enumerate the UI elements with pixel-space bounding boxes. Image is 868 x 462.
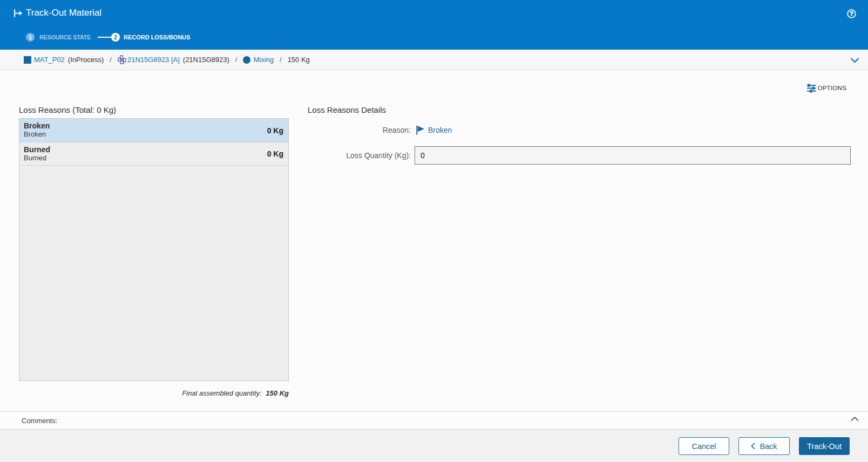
loss-reasons-details-title: Loss Reasons Details xyxy=(308,105,851,114)
breadcrumb-material-status: (InProcess) xyxy=(68,56,104,64)
loss-reason-quantity: 0 Kg xyxy=(267,126,283,135)
track-out-label: Track-Out xyxy=(807,442,842,451)
chevron-left-icon xyxy=(751,443,755,450)
final-quantity-label: Final assembled quantity: xyxy=(182,389,261,397)
breadcrumb-expand-icon[interactable] xyxy=(850,58,859,63)
loss-quantity-row: Loss Quantity (Kg): xyxy=(308,146,851,165)
main-content: OPTIONS Loss Reasons (Total: 0 Kg) Broke… xyxy=(0,70,868,411)
cancel-label: Cancel xyxy=(691,442,716,451)
loss-quantity-label: Loss Quantity (Kg): xyxy=(308,151,411,160)
reason-label: Reason: xyxy=(308,126,411,134)
dialog-header: Track-Out Material ? 1 RESOURCE STATE 2 … xyxy=(0,0,868,50)
breadcrumb-lot-id: (21N15G8923) xyxy=(183,56,229,64)
breadcrumb: MAT_P02 (InProcess) / 21N15G8923 [A] (21… xyxy=(0,50,868,70)
loss-reasons-title: Loss Reasons (Total: 0 Kg) xyxy=(19,105,289,114)
step-record-loss-bonus[interactable]: 2 RECORD LOSS/BONUS xyxy=(111,33,190,42)
step-resource-state[interactable]: 1 RESOURCE STATE xyxy=(26,33,91,42)
options-button[interactable]: OPTIONS xyxy=(807,83,846,93)
reason-text: Broken xyxy=(428,126,452,134)
step-number: 2 xyxy=(111,33,120,42)
loss-reasons-panel: Loss Reasons (Total: 0 Kg) BrokenBroken0… xyxy=(19,105,289,397)
loss-reason-description: Broken xyxy=(24,130,283,138)
breadcrumb-separator: / xyxy=(110,56,112,64)
cancel-button[interactable]: Cancel xyxy=(679,437,729,455)
comments-bar: Comments: xyxy=(0,411,868,430)
breadcrumb-quantity: 150 Kg xyxy=(288,56,310,64)
page-title: Track-Out Material xyxy=(26,8,101,18)
track-out-button[interactable]: Track-Out xyxy=(799,437,850,455)
back-label: Back xyxy=(760,442,777,451)
breadcrumb-operation-link[interactable]: Mixing xyxy=(253,56,274,64)
track-out-icon xyxy=(14,9,23,17)
reason-value: Broken xyxy=(416,125,452,135)
step-number: 1 xyxy=(26,33,35,42)
breadcrumb-material-link[interactable]: MAT_P02 xyxy=(34,56,65,64)
loss-quantity-input[interactable] xyxy=(415,146,851,165)
breadcrumb-lot-link[interactable]: 21N15G8923 [A] xyxy=(127,56,180,64)
final-assembled-quantity: Final assembled quantity: 150 Kg xyxy=(19,389,289,397)
title-row: Track-Out Material ? xyxy=(0,0,868,26)
loss-reason-name: Burned xyxy=(24,145,283,154)
loss-reason-row-burned[interactable]: BurnedBurned0 Kg xyxy=(19,142,288,166)
final-quantity-value: 150 Kg xyxy=(266,389,289,397)
lot-icon xyxy=(118,55,126,64)
loss-reasons-list: BrokenBroken0 KgBurnedBurned0 Kg xyxy=(19,118,289,381)
comments-label: Comments: xyxy=(22,417,57,425)
comments-collapse-icon[interactable] xyxy=(851,417,859,422)
breadcrumb-separator: / xyxy=(235,56,238,64)
breadcrumb-separator: / xyxy=(280,56,282,64)
loss-reason-description: Burned xyxy=(24,154,283,162)
step-label: RESOURCE STATE xyxy=(39,34,91,40)
svg-text:?: ? xyxy=(850,10,853,17)
step-label: RECORD LOSS/BONUS xyxy=(124,34,190,40)
sliders-icon xyxy=(807,84,816,93)
operation-icon xyxy=(243,56,250,64)
footer-bar: Cancel Back Track-Out xyxy=(0,430,868,462)
loss-reasons-details-panel: Loss Reasons Details Reason: Broken Loss… xyxy=(308,105,851,165)
loss-reason-quantity: 0 Kg xyxy=(267,150,283,158)
loss-reason-name: Broken xyxy=(24,121,283,130)
options-label: OPTIONS xyxy=(818,85,846,91)
material-icon xyxy=(24,56,31,64)
reason-row: Reason: Broken xyxy=(308,125,851,135)
back-button[interactable]: Back xyxy=(738,437,790,455)
loss-reason-row-broken[interactable]: BrokenBroken0 Kg xyxy=(19,119,288,142)
flag-icon xyxy=(416,125,425,135)
help-icon[interactable]: ? xyxy=(847,9,856,18)
wizard-steps: 1 RESOURCE STATE 2 RECORD LOSS/BONUS xyxy=(26,33,190,42)
step-connector xyxy=(98,37,111,38)
